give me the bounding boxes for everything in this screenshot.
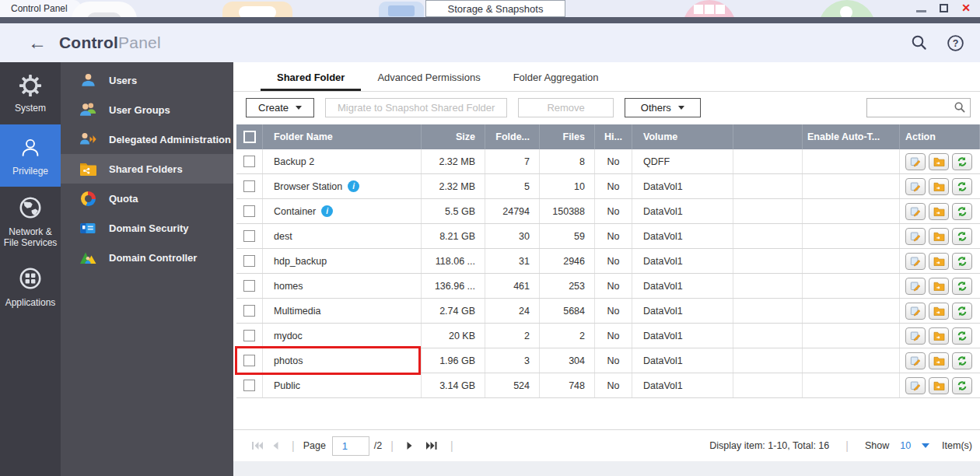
tab-shared-folder[interactable]: Shared Folder [261,72,361,91]
edit-permissions-button[interactable] [929,278,949,295]
sidebar-item-privilege[interactable]: Privilege [0,124,61,187]
refresh-button[interactable] [952,203,972,220]
table-row[interactable]: Public i 3.14 GB 524 748 No DataVol1 [236,373,980,398]
table-row[interactable]: homes i 136.96 ... 461 253 No DataVol1 [236,274,980,299]
refresh-button[interactable] [952,327,972,345]
sidebar-item-network-file-services[interactable]: Network &File Services [0,187,61,255]
row-checkbox[interactable] [243,355,255,366]
column-hidden[interactable]: Hi... [595,124,632,149]
row-checkbox-cell[interactable] [236,274,263,298]
row-checkbox[interactable] [243,156,255,167]
sidebar-item-domain-security[interactable]: Domain Security [61,213,233,243]
edit-permissions-button[interactable] [929,228,949,245]
edit-properties-button[interactable] [905,178,926,195]
table-search-input[interactable] [867,99,954,117]
sidebar-item-quota[interactable]: Quota [61,184,233,213]
refresh-button[interactable] [952,228,972,245]
edit-permissions-button[interactable] [929,253,949,270]
edit-permissions-button[interactable] [929,153,949,170]
row-checkbox-cell[interactable] [236,224,263,248]
row-checkbox-cell[interactable] [236,149,263,173]
edit-permissions-button[interactable] [929,352,949,369]
refresh-button[interactable] [952,352,972,369]
row-checkbox-cell[interactable] [236,373,263,397]
row-checkbox[interactable] [243,380,255,391]
edit-properties-button[interactable] [905,327,926,345]
table-row[interactable]: Container i 5.5 GB 24794 150388 No DataV… [236,199,980,224]
refresh-button[interactable] [952,153,972,170]
column-folders[interactable]: Folde... [485,124,540,149]
row-checkbox[interactable] [243,330,255,341]
table-row[interactable]: dest i 8.21 GB 30 59 No DataVol1 [236,224,980,249]
sidebar-item-system[interactable]: System [0,62,61,124]
sidebar-item-users[interactable]: Users [61,65,233,95]
close-button[interactable]: ✕ [961,2,971,13]
search-icon[interactable] [911,34,928,51]
next-page-button[interactable] [406,441,414,450]
page-number-input[interactable] [332,436,369,456]
edit-permissions-button[interactable] [929,327,949,345]
edit-properties-button[interactable] [905,253,926,270]
table-row[interactable]: mydoc i 20 KB 2 2 No DataVol1 [236,324,980,348]
prev-page-button[interactable] [271,441,279,450]
table-search-box[interactable] [866,98,971,117]
edit-permissions-button[interactable] [929,377,949,394]
refresh-button[interactable] [952,278,972,295]
table-row[interactable]: photos i 1.96 GB 3 304 No DataVol1 [236,348,980,373]
tab-folder-aggregation[interactable]: Folder Aggregation [497,72,615,91]
row-checkbox[interactable] [243,230,255,242]
edit-properties-button[interactable] [905,377,926,394]
back-arrow-icon[interactable]: ← [28,33,47,52]
refresh-button[interactable] [952,253,972,270]
refresh-button[interactable] [952,377,972,394]
storage-snapshots-tab[interactable]: Storage & Snapshots [425,0,565,17]
edit-properties-button[interactable] [905,303,926,320]
sidebar-item-shared-folders[interactable]: Shared Folders [61,154,233,184]
column-enable-auto[interactable]: Enable Auto-T... [803,124,900,149]
table-row[interactable]: hdp_backup i 118.06 ... 31 2946 No DataV… [236,249,980,274]
select-all-checkbox[interactable] [236,124,263,149]
first-page-button[interactable] [251,441,264,450]
column-folder-name[interactable]: Folder Name [263,124,422,149]
minimize-button[interactable] [916,10,926,12]
edit-permissions-button[interactable] [929,203,949,220]
migrate-button[interactable]: Migrate to Snapshot Shared Folder [325,98,507,117]
last-page-button[interactable] [425,441,438,450]
table-row[interactable]: Multimedia i 2.74 GB 24 5684 No DataVol1 [236,299,980,324]
maximize-button[interactable] [940,4,948,12]
info-icon[interactable]: i [321,205,333,217]
refresh-button[interactable] [952,303,972,320]
row-checkbox[interactable] [243,305,255,317]
row-checkbox[interactable] [243,280,255,292]
row-checkbox[interactable] [243,255,255,267]
column-size[interactable]: Size [422,124,485,149]
row-checkbox-cell[interactable] [236,249,263,273]
tab-advanced-permissions[interactable]: Advanced Permissions [361,72,496,91]
help-icon[interactable]: ? [947,34,964,52]
column-volume[interactable]: Volume [632,124,733,149]
row-checkbox-cell[interactable] [236,324,263,348]
sidebar-item-applications[interactable]: Applications [0,255,61,317]
edit-properties-button[interactable] [905,203,926,220]
edit-properties-button[interactable] [905,278,926,295]
search-icon[interactable] [954,101,966,114]
edit-properties-button[interactable] [905,352,926,369]
sidebar-item-delegated-administration[interactable]: Delegated Administration [61,124,233,154]
taskbar-tab-label[interactable]: Control Panel [11,3,68,14]
row-checkbox-cell[interactable] [236,199,263,223]
row-checkbox-cell[interactable] [236,348,263,373]
sidebar-item-domain-controller[interactable]: Domain Controller [61,243,233,272]
refresh-button[interactable] [952,178,972,195]
info-icon[interactable]: i [348,180,359,192]
others-button[interactable]: Others [625,98,701,117]
column-files[interactable]: Files [540,124,595,149]
row-checkbox-cell[interactable] [236,174,263,198]
chevron-down-icon[interactable] [922,443,929,448]
remove-button[interactable]: Remove [518,98,613,117]
table-row[interactable]: Backup 2 i 2.32 MB 7 8 No QDFF [236,149,980,174]
show-count-value[interactable]: 10 [900,440,911,451]
row-checkbox[interactable] [243,180,255,192]
edit-properties-button[interactable] [905,153,926,170]
row-checkbox-cell[interactable] [236,299,263,323]
table-row[interactable]: Browser Station i 2.32 MB 5 10 No DataVo… [236,174,980,199]
